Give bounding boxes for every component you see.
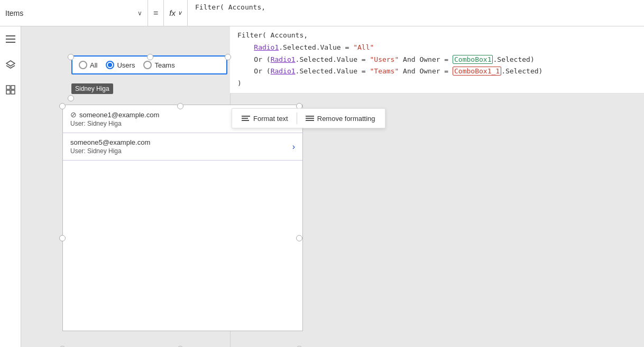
list-item-email-1: ⊘ someone1@example.com: [70, 110, 159, 119]
svg-rect-5: [11, 86, 15, 89]
list-resize-mr[interactable]: [296, 235, 302, 241]
svg-rect-10: [242, 120, 249, 121]
resize-handle-tr[interactable]: [225, 54, 231, 60]
formula-prefix: fx ∨: [164, 0, 188, 26]
list-item-content-2: someone5@example.com User: Sidney Higa: [70, 138, 150, 155]
list-item-2[interactable]: someone5@example.com User: Sidney Higa ›: [63, 133, 302, 161]
formula-line4: Or (Radio1.Selected.Value = "Teams" And …: [237, 65, 637, 78]
format-text-icon: [242, 115, 250, 122]
formula-text: Filter( Accounts,: [195, 2, 265, 13]
resize-handle-tc[interactable]: [147, 54, 153, 60]
blocked-icon: ⊘: [70, 110, 77, 119]
formula-line3: Or (Radio1.Selected.Value = "Users" And …: [237, 54, 637, 66]
remove-formatting-button[interactable]: Remove formatting: [298, 111, 383, 126]
format-toolbar: Format text Remove formatting: [232, 108, 385, 128]
sidebar-icon-menu[interactable]: [3, 32, 18, 46]
svg-rect-0: [6, 35, 15, 36]
equals-sign: =: [148, 0, 164, 26]
left-sidebar: [0, 26, 21, 347]
fx-chevron: ∨: [178, 10, 182, 16]
widget-area: All Users Teams Sidney Higa: [21, 26, 230, 347]
tooltip-label: Sidney Higa: [71, 83, 113, 94]
fx-label: fx: [169, 8, 176, 17]
radio-option-all[interactable]: All: [79, 61, 97, 69]
email-text-1: someone1@example.com: [79, 111, 159, 119]
list-resize-tc[interactable]: [177, 103, 183, 109]
svg-rect-6: [6, 90, 10, 94]
format-text-button[interactable]: Format text: [234, 111, 296, 126]
top-toolbar: Items ∨ = fx ∨ Filter( Accounts,: [0, 0, 644, 26]
radio-option-teams[interactable]: Teams: [143, 61, 174, 69]
sidebar-icon-layers[interactable]: [3, 57, 18, 72]
radio-label-teams: Teams: [154, 61, 174, 69]
radio-circle-users: [106, 61, 114, 69]
format-divider: [297, 112, 297, 124]
sidebar-icon-components[interactable]: [3, 82, 18, 97]
list-item-user-2: User: Sidney Higa: [70, 147, 150, 155]
remove-formatting-label: Remove formatting: [317, 115, 375, 123]
canvas-area: Filter( Accounts, Radio1.Selected.Value …: [21, 26, 644, 347]
svg-rect-1: [6, 39, 15, 40]
property-name: Items: [5, 9, 133, 17]
list-chevron-2: ›: [292, 142, 295, 152]
radio-option-users[interactable]: Users: [106, 61, 135, 69]
svg-marker-3: [6, 61, 15, 66]
remove-formatting-icon: [306, 115, 314, 122]
email-text-2: someone5@example.com: [70, 138, 150, 146]
format-text-label: Format text: [253, 115, 288, 123]
svg-rect-9: [242, 118, 248, 119]
list-widget: ⊘ someone1@example.com User: Sidney Higa…: [62, 105, 303, 331]
svg-rect-13: [306, 120, 314, 121]
list-resize-ml[interactable]: [59, 235, 66, 241]
svg-rect-11: [306, 116, 314, 117]
property-selector[interactable]: Items ∨: [0, 0, 148, 26]
formula-line5: ): [237, 78, 637, 90]
radio-circle-all: [79, 61, 87, 69]
list-resize-tl[interactable]: [59, 103, 66, 109]
radio-circle-teams: [143, 61, 152, 69]
radio-label-users: Users: [117, 61, 135, 69]
list-item-content-1: ⊘ someone1@example.com User: Sidney Higa: [70, 110, 159, 127]
svg-rect-12: [306, 118, 314, 119]
chevron-down-icon: ∨: [137, 10, 142, 17]
svg-rect-8: [242, 116, 250, 117]
svg-rect-7: [11, 90, 15, 94]
list-item-email-2: someone5@example.com: [70, 138, 150, 146]
svg-rect-4: [6, 86, 10, 89]
list-item-user-1: User: Sidney Higa: [70, 120, 159, 127]
formula-bar[interactable]: Filter( Accounts,: [188, 0, 644, 26]
list-empty-area: [63, 161, 302, 293]
resize-handle-bl[interactable]: [68, 95, 74, 101]
resize-handle-tl[interactable]: [68, 54, 74, 60]
radio-label-all: All: [90, 61, 97, 69]
formula-panel: Filter( Accounts, Radio1.Selected.Value …: [230, 26, 644, 93]
svg-rect-2: [6, 42, 15, 43]
formula-line1: Filter( Accounts,: [237, 30, 637, 42]
main-area: Filter( Accounts, Radio1.Selected.Value …: [0, 26, 644, 347]
formula-line2: Radio1.Selected.Value = "All": [237, 42, 637, 54]
